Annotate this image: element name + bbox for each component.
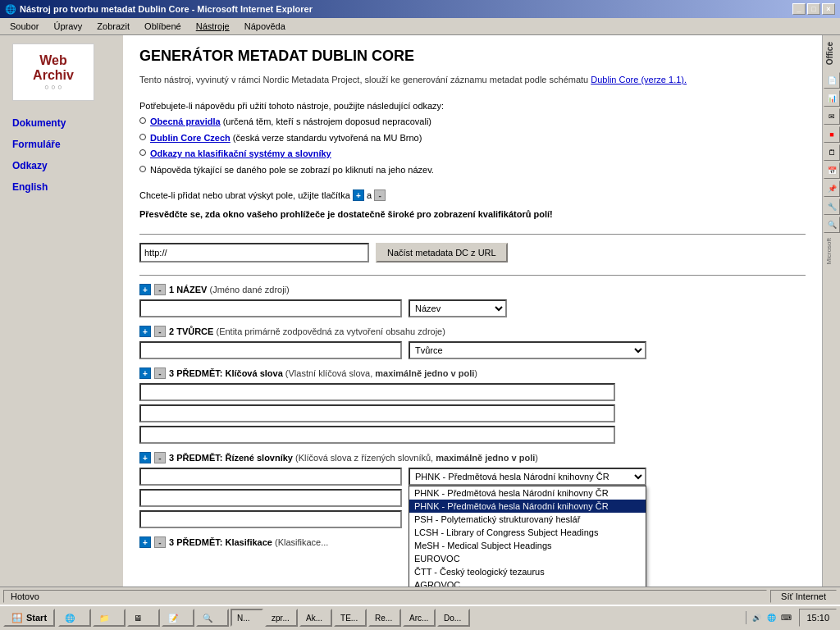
field-predmet-rs-remove[interactable]: - — [154, 452, 166, 463]
field-predmet-kw-row1 — [139, 383, 806, 401]
microsoft-label: Microsoft — [823, 234, 840, 268]
url-input[interactable] — [139, 243, 369, 262]
field-predmet-rs-input2[interactable] — [139, 489, 402, 507]
window-controls[interactable]: _ □ × — [792, 3, 835, 15]
field-nazev: + - 1 NÁZEV (Jméno dané zdroji) Název — [139, 284, 806, 317]
office-label: Office — [823, 35, 840, 71]
office-btn-9[interactable]: 🔍 — [824, 217, 840, 233]
field-predmet-rs: + - 3 PŘEDMĚT: Řízené slovníky (Klíčová … — [139, 452, 806, 528]
bullet-icon — [139, 117, 146, 124]
sidebar-item-odkazy[interactable]: Odkazy — [12, 160, 111, 171]
sidebar-item-dokumenty[interactable]: Dokumenty — [12, 117, 111, 129]
help-link-2: Dublin Core Czech (česká verze standardu… — [139, 131, 806, 146]
taskbar-item-te[interactable]: TE... — [334, 609, 367, 627]
add-button-sample: + — [353, 189, 364, 201]
taskbar-item-re[interactable]: Re... — [368, 609, 401, 627]
help-link-1: Obecná pravidla (určená těm, kteří s nás… — [139, 115, 806, 130]
taskbar-item-ak[interactable]: Ak... — [299, 609, 332, 627]
taskbar-item-3[interactable]: 📝 — [162, 609, 194, 627]
taskbar-item-arc[interactable]: Arc... — [403, 609, 436, 627]
field-tvurce: + - 2 TVŮRCE (Entita primárně zodpovědná… — [139, 326, 806, 359]
field-tvurce-add[interactable]: + — [139, 326, 151, 337]
field-predmet-kw-header: + - 3 PŘEDMĚT: Klíčová slova (Vlastní kl… — [139, 368, 806, 379]
menu-nastroje[interactable]: Nástroje — [189, 20, 236, 33]
maximize-button[interactable]: □ — [807, 3, 820, 15]
dropdown-option-7[interactable]: AGROVOC — [409, 578, 646, 587]
field-tvurce-row: Tvůrce — [139, 341, 806, 359]
remove-button-sample: - — [374, 189, 386, 201]
field-nazev-input[interactable] — [139, 299, 402, 317]
right-office-panel: Office 📄 📊 ✉ ■ 🗒 📅 📌 🔧 🔍 Microsoft — [822, 35, 840, 587]
office-btn-2[interactable]: 📊 — [824, 90, 840, 107]
taskbar-item-4[interactable]: 🔍 — [196, 609, 229, 627]
windows-icon: 🪟 — [11, 613, 23, 623]
start-button[interactable]: 🪟 Start — [3, 609, 55, 627]
field-predmet-kw-remove[interactable]: - — [154, 368, 166, 379]
menu-upravy[interactable]: Úpravy — [47, 20, 89, 33]
field-nazev-remove[interactable]: - — [154, 284, 166, 295]
title-bar: 🌐 Nástroj pro tvorbu metadat Dublin Core… — [0, 0, 840, 18]
field-predmet-klas-remove[interactable]: - — [154, 536, 166, 548]
menu-oblibene[interactable]: Oblíbené — [138, 20, 188, 33]
main-content: GENERÁTOR METADAT DUBLIN CORE Tento nást… — [123, 35, 822, 587]
office-btn-3[interactable]: ✉ — [824, 108, 840, 125]
office-btn-1[interactable]: 📄 — [824, 72, 840, 89]
help-link-3: Odkazy na klasifikační systémy a slovník… — [139, 147, 806, 162]
sidebar-item-formulare[interactable]: Formuláře — [12, 139, 111, 150]
close-button[interactable]: × — [822, 3, 835, 15]
field-predmet-rs-select[interactable]: PHNK - Předmětová hesla Národní knihovny… — [409, 468, 646, 486]
field-predmet-kw-input3[interactable] — [139, 426, 615, 444]
field-tvurce-select[interactable]: Tvůrce — [409, 341, 646, 359]
sidebar-item-english[interactable]: English — [12, 181, 111, 193]
help-section: Potřebujete-li nápovědu při užití tohoto… — [139, 99, 806, 178]
dublin-core-link[interactable]: Dublin Core (verze 1.1). — [591, 75, 687, 84]
field-tvurce-remove[interactable]: - — [154, 326, 166, 337]
office-btn-8[interactable]: 🔧 — [824, 199, 840, 215]
field-predmet-kw-add[interactable]: + — [139, 368, 151, 379]
add-remove-note: Chcete-li přidat nebo ubrat výskyt pole,… — [139, 189, 806, 201]
field-tvurce-input[interactable] — [139, 341, 402, 359]
field-predmet-rs-input3[interactable] — [139, 510, 402, 528]
field-predmet-kw-input1[interactable] — [139, 383, 615, 401]
office-btn-6[interactable]: 📅 — [824, 162, 840, 179]
obecna-pravidla-link[interactable]: Obecná pravidla — [150, 116, 221, 126]
office-btn-5[interactable]: 🗒 — [824, 144, 840, 161]
tray-icon-2: 🌐 — [765, 611, 778, 624]
menu-zobrazit[interactable]: Zobrazit — [90, 20, 136, 33]
dublin-core-czech-link[interactable]: Dublin Core Czech — [150, 133, 231, 143]
taskbar-item-1[interactable]: 📁 — [93, 609, 126, 627]
status-bar: Hotovo Síť Internet — [0, 587, 840, 605]
field-predmet-rs-add[interactable]: + — [139, 452, 151, 463]
klasifikacni-link[interactable]: Odkazy na klasifikační systémy a slovník… — [150, 148, 331, 158]
menu-napoveda[interactable]: Nápověda — [238, 20, 292, 33]
taskbar: 🪟 Start 🌐 📁 🖥 📝 🔍 N... zpr... Ak... TE..… — [0, 605, 840, 629]
bullet-icon — [139, 134, 146, 140]
office-btn-7[interactable]: 📌 — [824, 180, 840, 197]
taskbar-ie[interactable]: 🌐 — [58, 609, 91, 627]
taskbar-item-zpr[interactable]: zpr... — [265, 609, 298, 627]
divider — [139, 234, 806, 235]
minimize-button[interactable]: _ — [792, 3, 806, 15]
dropdown-option-4[interactable]: MeSH - Medical Subject Headings — [409, 539, 646, 552]
field-nazev-add[interactable]: + — [139, 284, 151, 295]
field-tvurce-label: 2 TVŮRCE (Entita primárně zodpovědná za … — [169, 326, 445, 336]
taskbar-item-2[interactable]: 🖥 — [127, 609, 160, 627]
dropdown-option-5[interactable]: EUROVOC — [409, 552, 646, 565]
bullet-icon — [139, 166, 146, 172]
office-btn-4[interactable]: ■ — [824, 126, 840, 143]
dropdown-option-0[interactable]: PHNK - Předmětová hesla Národní knihovny… — [409, 486, 646, 500]
taskbar-item-do[interactable]: Do... — [437, 609, 470, 627]
dropdown-option-2[interactable]: PSH - Polytematický strukturovaný heslář — [409, 513, 646, 526]
dropdown-option-6[interactable]: ČTT - Český teologický tezaurus — [409, 565, 646, 578]
menu-soubor[interactable]: Soubor — [3, 20, 45, 33]
intro-text: Tento nástroj, vyvinutý v rámci Nordic M… — [139, 73, 806, 87]
taskbar-item-n[interactable]: N... — [231, 609, 263, 627]
field-predmet-klas-add[interactable]: + — [139, 536, 151, 548]
load-metadata-button[interactable]: Načíst metadata DC z URL — [376, 243, 508, 262]
field-predmet-rs-label: 3 PŘEDMĚT: Řízené slovníky (Klíčová slov… — [169, 453, 538, 463]
dropdown-option-3[interactable]: LCSH - Library of Congress Subject Headi… — [409, 526, 646, 539]
field-predmet-rs-input[interactable] — [139, 468, 402, 486]
field-predmet-kw-input2[interactable] — [139, 404, 615, 422]
dropdown-option-1-selected[interactable]: PHNK - Předmětová hesla Národní knihovny… — [409, 500, 646, 513]
field-nazev-select[interactable]: Název — [409, 299, 507, 317]
